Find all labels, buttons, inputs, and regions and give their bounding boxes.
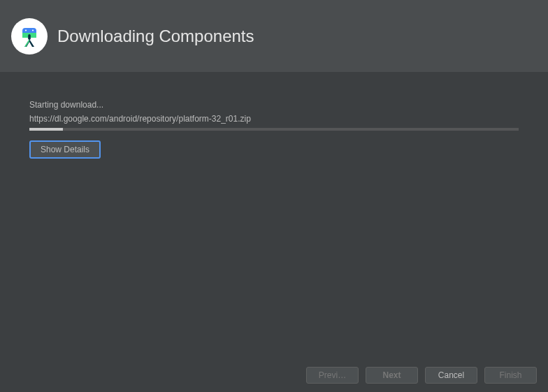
finish-button[interactable]: Finish [484, 367, 537, 384]
progress-bar [29, 128, 519, 131]
cancel-button[interactable]: Cancel [425, 367, 477, 384]
show-details-button[interactable]: Show Details [29, 140, 101, 159]
download-status-text: Starting download... [29, 100, 519, 110]
svg-point-1 [32, 29, 34, 31]
wizard-header: Downloading Components [0, 0, 548, 72]
svg-rect-3 [28, 34, 31, 40]
svg-point-0 [25, 29, 27, 31]
page-title: Downloading Components [57, 27, 254, 46]
android-studio-logo [11, 18, 48, 55]
wizard-footer: Previ… Next Cancel Finish [0, 358, 548, 392]
previous-button[interactable]: Previ… [306, 367, 359, 384]
next-button[interactable]: Next [366, 367, 418, 384]
content-area: Starting download... https://dl.google.c… [0, 72, 548, 159]
progress-fill [29, 128, 63, 131]
download-url-text: https://dl.google.com/android/repository… [29, 114, 519, 124]
android-studio-icon [17, 24, 42, 49]
